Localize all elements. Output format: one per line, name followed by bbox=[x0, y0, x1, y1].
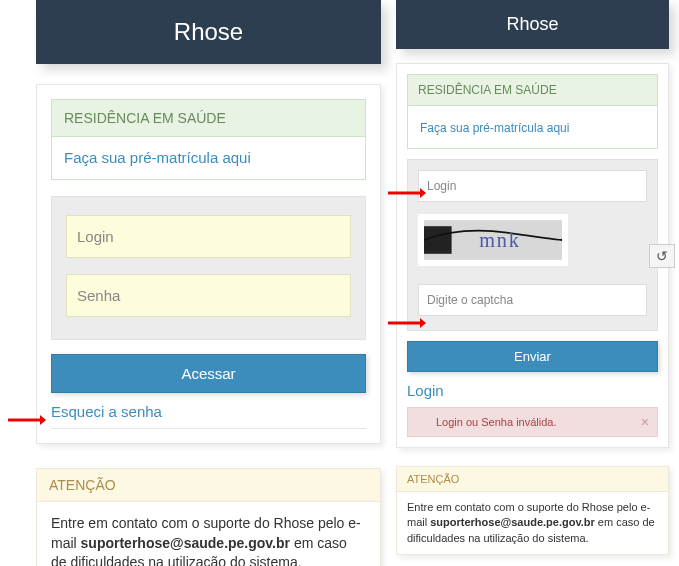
attention-heading: ATENÇÃO bbox=[397, 467, 668, 492]
recovery-panel: RESIDÊNCIA EM SAÚDE Faça sua pré-matrícu… bbox=[396, 63, 669, 448]
captcha-image: mnk bbox=[424, 220, 562, 260]
brand-title: Rhose bbox=[36, 0, 381, 64]
back-to-login-link[interactable]: Login bbox=[407, 382, 444, 399]
captcha-input[interactable] bbox=[418, 284, 647, 316]
residencia-heading: RESIDÊNCIA EM SAÚDE bbox=[408, 75, 657, 106]
login-input[interactable] bbox=[418, 170, 647, 202]
captcha-refresh-button[interactable]: ↺ bbox=[649, 244, 675, 268]
attention-panel: ATENÇÃO Entre em contato com o suporte d… bbox=[396, 466, 669, 555]
enviar-button[interactable]: Enviar bbox=[407, 341, 658, 372]
attention-text: Entre em contato com o suporte do Rhose … bbox=[37, 502, 380, 566]
pane-login: Rhose RESIDÊNCIA EM SAÚDE Faça sua pré-m… bbox=[36, 0, 381, 566]
residencia-notice: RESIDÊNCIA EM SAÚDE Faça sua pré-matrícu… bbox=[51, 99, 366, 180]
attention-text: Entre em contato com o suporte do Rhose … bbox=[397, 492, 668, 554]
pane-recovery: Rhose RESIDÊNCIA EM SAÚDE Faça sua pré-m… bbox=[396, 0, 669, 555]
attention-heading: ATENÇÃO bbox=[37, 469, 380, 502]
forgot-password-link[interactable]: Esqueci a senha bbox=[51, 403, 162, 420]
brand-title: Rhose bbox=[396, 0, 669, 49]
prematricula-link[interactable]: Faça sua pré-matrícula aqui bbox=[64, 149, 251, 166]
svg-text:mnk: mnk bbox=[479, 229, 521, 251]
attention-panel: ATENÇÃO Entre em contato com o suporte d… bbox=[36, 468, 381, 566]
recovery-form: mnk ↺ bbox=[407, 159, 658, 331]
login-panel: RESIDÊNCIA EM SAÚDE Faça sua pré-matrícu… bbox=[36, 84, 381, 444]
error-alert: Login ou Senha inválida. × bbox=[407, 407, 658, 437]
residencia-notice: RESIDÊNCIA EM SAÚDE Faça sua pré-matrícu… bbox=[407, 74, 658, 149]
login-input[interactable] bbox=[66, 215, 351, 258]
prematricula-link[interactable]: Faça sua pré-matrícula aqui bbox=[420, 121, 569, 135]
close-icon[interactable]: × bbox=[641, 414, 649, 430]
senha-input[interactable] bbox=[66, 274, 351, 317]
captcha-image-wrap: mnk bbox=[418, 214, 568, 266]
svg-rect-1 bbox=[424, 226, 452, 254]
residencia-heading: RESIDÊNCIA EM SAÚDE bbox=[52, 100, 365, 137]
acessar-button[interactable]: Acessar bbox=[51, 354, 366, 393]
login-form bbox=[51, 196, 366, 340]
error-message: Login ou Senha inválida. bbox=[436, 416, 556, 428]
